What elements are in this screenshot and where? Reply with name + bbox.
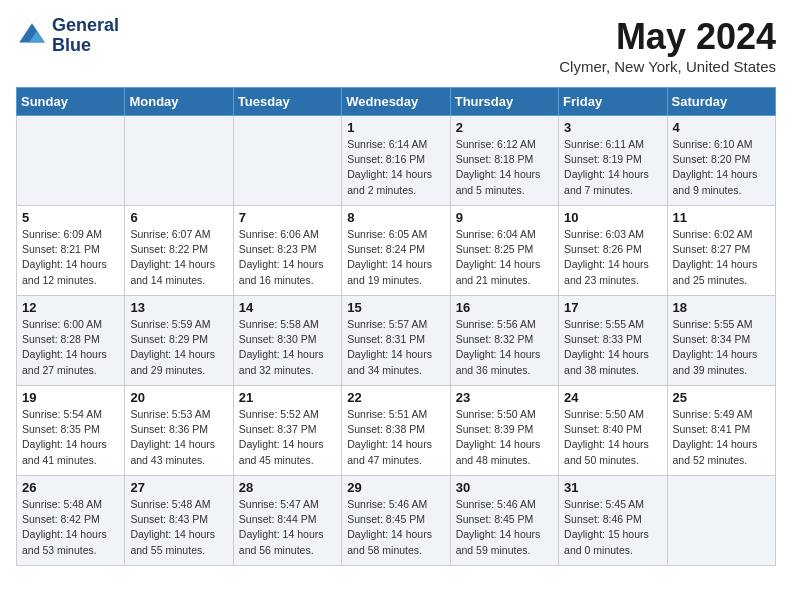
calendar-cell: 25Sunrise: 5:49 AMSunset: 8:41 PMDayligh…	[667, 386, 775, 476]
day-info: Sunrise: 5:48 AMSunset: 8:43 PMDaylight:…	[130, 497, 227, 558]
calendar-cell	[233, 116, 341, 206]
day-info: Sunrise: 5:50 AMSunset: 8:40 PMDaylight:…	[564, 407, 661, 468]
day-number: 18	[673, 300, 770, 315]
calendar-cell	[125, 116, 233, 206]
day-number: 26	[22, 480, 119, 495]
day-info: Sunrise: 5:55 AMSunset: 8:33 PMDaylight:…	[564, 317, 661, 378]
day-number: 13	[130, 300, 227, 315]
calendar-cell: 29Sunrise: 5:46 AMSunset: 8:45 PMDayligh…	[342, 476, 450, 566]
calendar-cell: 31Sunrise: 5:45 AMSunset: 8:46 PMDayligh…	[559, 476, 667, 566]
day-info: Sunrise: 5:53 AMSunset: 8:36 PMDaylight:…	[130, 407, 227, 468]
calendar-cell: 15Sunrise: 5:57 AMSunset: 8:31 PMDayligh…	[342, 296, 450, 386]
calendar-cell	[667, 476, 775, 566]
calendar-week-row: 5Sunrise: 6:09 AMSunset: 8:21 PMDaylight…	[17, 206, 776, 296]
day-info: Sunrise: 5:49 AMSunset: 8:41 PMDaylight:…	[673, 407, 770, 468]
day-number: 24	[564, 390, 661, 405]
day-info: Sunrise: 5:50 AMSunset: 8:39 PMDaylight:…	[456, 407, 553, 468]
logo-icon	[16, 20, 48, 52]
calendar-week-row: 1Sunrise: 6:14 AMSunset: 8:16 PMDaylight…	[17, 116, 776, 206]
day-info: Sunrise: 5:54 AMSunset: 8:35 PMDaylight:…	[22, 407, 119, 468]
title-block: May 2024 Clymer, New York, United States	[559, 16, 776, 75]
day-info: Sunrise: 6:03 AMSunset: 8:26 PMDaylight:…	[564, 227, 661, 288]
day-number: 27	[130, 480, 227, 495]
day-number: 12	[22, 300, 119, 315]
day-number: 10	[564, 210, 661, 225]
logo-text: General Blue	[52, 16, 119, 56]
weekday-header-saturday: Saturday	[667, 88, 775, 116]
calendar-cell: 7Sunrise: 6:06 AMSunset: 8:23 PMDaylight…	[233, 206, 341, 296]
day-number: 14	[239, 300, 336, 315]
weekday-header-wednesday: Wednesday	[342, 88, 450, 116]
calendar-week-row: 12Sunrise: 6:00 AMSunset: 8:28 PMDayligh…	[17, 296, 776, 386]
day-info: Sunrise: 6:02 AMSunset: 8:27 PMDaylight:…	[673, 227, 770, 288]
calendar-table: SundayMondayTuesdayWednesdayThursdayFrid…	[16, 87, 776, 566]
day-number: 7	[239, 210, 336, 225]
calendar-cell: 9Sunrise: 6:04 AMSunset: 8:25 PMDaylight…	[450, 206, 558, 296]
day-info: Sunrise: 5:56 AMSunset: 8:32 PMDaylight:…	[456, 317, 553, 378]
day-number: 9	[456, 210, 553, 225]
calendar-cell: 1Sunrise: 6:14 AMSunset: 8:16 PMDaylight…	[342, 116, 450, 206]
calendar-cell: 10Sunrise: 6:03 AMSunset: 8:26 PMDayligh…	[559, 206, 667, 296]
calendar-cell: 3Sunrise: 6:11 AMSunset: 8:19 PMDaylight…	[559, 116, 667, 206]
day-number: 19	[22, 390, 119, 405]
location: Clymer, New York, United States	[559, 58, 776, 75]
logo: General Blue	[16, 16, 119, 56]
day-number: 8	[347, 210, 444, 225]
day-number: 3	[564, 120, 661, 135]
day-info: Sunrise: 6:07 AMSunset: 8:22 PMDaylight:…	[130, 227, 227, 288]
day-info: Sunrise: 6:11 AMSunset: 8:19 PMDaylight:…	[564, 137, 661, 198]
calendar-cell: 8Sunrise: 6:05 AMSunset: 8:24 PMDaylight…	[342, 206, 450, 296]
day-info: Sunrise: 5:48 AMSunset: 8:42 PMDaylight:…	[22, 497, 119, 558]
day-info: Sunrise: 5:59 AMSunset: 8:29 PMDaylight:…	[130, 317, 227, 378]
calendar-week-row: 19Sunrise: 5:54 AMSunset: 8:35 PMDayligh…	[17, 386, 776, 476]
calendar-cell: 30Sunrise: 5:46 AMSunset: 8:45 PMDayligh…	[450, 476, 558, 566]
day-number: 22	[347, 390, 444, 405]
calendar-cell: 5Sunrise: 6:09 AMSunset: 8:21 PMDaylight…	[17, 206, 125, 296]
day-info: Sunrise: 6:06 AMSunset: 8:23 PMDaylight:…	[239, 227, 336, 288]
day-number: 28	[239, 480, 336, 495]
day-number: 11	[673, 210, 770, 225]
day-number: 16	[456, 300, 553, 315]
day-info: Sunrise: 5:58 AMSunset: 8:30 PMDaylight:…	[239, 317, 336, 378]
weekday-header-tuesday: Tuesday	[233, 88, 341, 116]
day-info: Sunrise: 6:09 AMSunset: 8:21 PMDaylight:…	[22, 227, 119, 288]
day-info: Sunrise: 5:52 AMSunset: 8:37 PMDaylight:…	[239, 407, 336, 468]
day-number: 1	[347, 120, 444, 135]
day-number: 5	[22, 210, 119, 225]
calendar-cell: 4Sunrise: 6:10 AMSunset: 8:20 PMDaylight…	[667, 116, 775, 206]
day-info: Sunrise: 5:57 AMSunset: 8:31 PMDaylight:…	[347, 317, 444, 378]
calendar-cell: 2Sunrise: 6:12 AMSunset: 8:18 PMDaylight…	[450, 116, 558, 206]
weekday-header-sunday: Sunday	[17, 88, 125, 116]
month-title: May 2024	[559, 16, 776, 58]
calendar-cell: 14Sunrise: 5:58 AMSunset: 8:30 PMDayligh…	[233, 296, 341, 386]
calendar-cell: 13Sunrise: 5:59 AMSunset: 8:29 PMDayligh…	[125, 296, 233, 386]
calendar-cell: 26Sunrise: 5:48 AMSunset: 8:42 PMDayligh…	[17, 476, 125, 566]
calendar-cell: 21Sunrise: 5:52 AMSunset: 8:37 PMDayligh…	[233, 386, 341, 476]
calendar-cell: 17Sunrise: 5:55 AMSunset: 8:33 PMDayligh…	[559, 296, 667, 386]
day-info: Sunrise: 6:10 AMSunset: 8:20 PMDaylight:…	[673, 137, 770, 198]
calendar-cell: 12Sunrise: 6:00 AMSunset: 8:28 PMDayligh…	[17, 296, 125, 386]
day-number: 29	[347, 480, 444, 495]
weekday-header-monday: Monday	[125, 88, 233, 116]
day-number: 25	[673, 390, 770, 405]
day-number: 17	[564, 300, 661, 315]
calendar-cell: 20Sunrise: 5:53 AMSunset: 8:36 PMDayligh…	[125, 386, 233, 476]
day-number: 4	[673, 120, 770, 135]
calendar-cell	[17, 116, 125, 206]
day-number: 6	[130, 210, 227, 225]
calendar-cell: 24Sunrise: 5:50 AMSunset: 8:40 PMDayligh…	[559, 386, 667, 476]
calendar-cell: 18Sunrise: 5:55 AMSunset: 8:34 PMDayligh…	[667, 296, 775, 386]
day-number: 2	[456, 120, 553, 135]
day-info: Sunrise: 5:51 AMSunset: 8:38 PMDaylight:…	[347, 407, 444, 468]
calendar-cell: 19Sunrise: 5:54 AMSunset: 8:35 PMDayligh…	[17, 386, 125, 476]
weekday-header-thursday: Thursday	[450, 88, 558, 116]
day-number: 30	[456, 480, 553, 495]
day-info: Sunrise: 6:05 AMSunset: 8:24 PMDaylight:…	[347, 227, 444, 288]
day-info: Sunrise: 5:47 AMSunset: 8:44 PMDaylight:…	[239, 497, 336, 558]
day-info: Sunrise: 5:55 AMSunset: 8:34 PMDaylight:…	[673, 317, 770, 378]
calendar-header-row: SundayMondayTuesdayWednesdayThursdayFrid…	[17, 88, 776, 116]
calendar-cell: 6Sunrise: 6:07 AMSunset: 8:22 PMDaylight…	[125, 206, 233, 296]
day-info: Sunrise: 6:12 AMSunset: 8:18 PMDaylight:…	[456, 137, 553, 198]
day-info: Sunrise: 6:00 AMSunset: 8:28 PMDaylight:…	[22, 317, 119, 378]
day-info: Sunrise: 5:46 AMSunset: 8:45 PMDaylight:…	[456, 497, 553, 558]
